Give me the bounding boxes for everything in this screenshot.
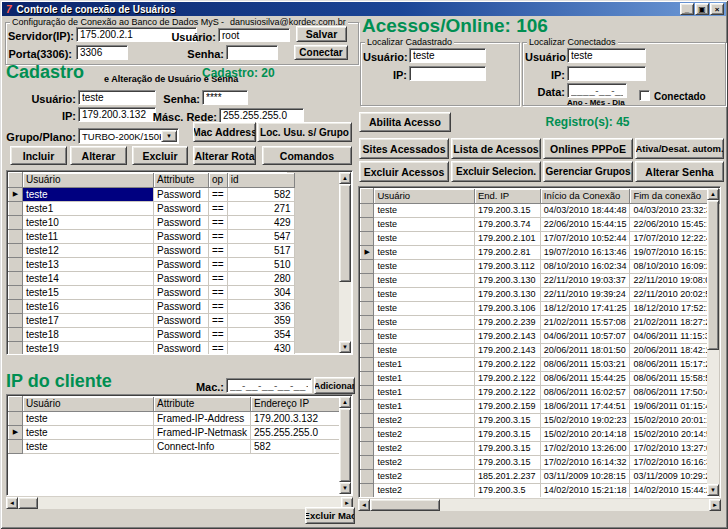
gerenciar-grupos-button[interactable]: Gerenciar Grupos xyxy=(543,161,633,182)
row-selector[interactable] xyxy=(9,243,23,257)
cell[interactable]: Password xyxy=(154,285,209,299)
cell[interactable]: Framed-IP-Address xyxy=(154,411,251,425)
cell[interactable]: teste2 xyxy=(374,483,475,497)
row-selector[interactable] xyxy=(361,231,374,245)
current-row-marker-icon[interactable]: ▶ xyxy=(9,425,23,439)
port-input[interactable] xyxy=(76,45,128,60)
cell[interactable]: 14/02/2010 15:18:17 xyxy=(540,497,630,498)
row-selector[interactable] xyxy=(9,215,23,229)
row-selector[interactable] xyxy=(361,217,374,231)
cell[interactable]: teste1 xyxy=(374,357,475,371)
cell[interactable]: Password xyxy=(154,327,209,341)
cell[interactable]: Password xyxy=(154,271,209,285)
cell[interactable]: 04/06/2011 10:57:07 xyxy=(540,329,630,343)
row-selector[interactable] xyxy=(361,287,374,301)
restore-button-icon[interactable]: ▣ xyxy=(695,3,709,15)
table-row[interactable]: teste2179.200.3.514/02/2010 15:21:1814/0… xyxy=(361,483,720,497)
cell[interactable]: 430 xyxy=(227,341,294,355)
scroll-left-icon[interactable]: ◄ xyxy=(6,497,18,509)
table-row[interactable]: teste17Password==359 xyxy=(9,313,295,327)
cad-ip-input[interactable] xyxy=(78,107,156,122)
cell[interactable]: == xyxy=(209,271,228,285)
cad-user-input[interactable] xyxy=(78,90,156,105)
cell[interactable]: teste xyxy=(23,439,154,453)
column-header[interactable]: Usuário xyxy=(23,397,154,412)
cell[interactable]: 179.200.2.122 xyxy=(474,371,540,385)
row-selector[interactable] xyxy=(9,229,23,243)
cell[interactable]: 17/02/2010 13:26:00 xyxy=(540,441,630,455)
cell[interactable]: teste18 xyxy=(23,327,154,341)
row-selector[interactable] xyxy=(9,341,23,355)
cell[interactable]: 179.200.2.239 xyxy=(474,315,540,329)
column-header[interactable]: End. IP xyxy=(474,189,540,204)
cell[interactable]: == xyxy=(209,341,228,355)
loc-con-user-input[interactable] xyxy=(567,48,646,63)
table-row[interactable]: teste19Password==430 xyxy=(9,341,295,355)
row-selector[interactable] xyxy=(361,385,374,399)
cell[interactable]: Password xyxy=(154,313,209,327)
cell[interactable]: 547 xyxy=(227,229,294,243)
loc-cad-user-input[interactable] xyxy=(409,48,486,63)
cell[interactable]: Password xyxy=(154,229,209,243)
cell[interactable]: teste2 xyxy=(374,441,475,455)
alterar-senha-button[interactable]: Alterar Senha xyxy=(635,161,724,182)
cell[interactable]: teste2 xyxy=(374,469,475,483)
cell[interactable]: 20/06/2011 18:01:50 xyxy=(540,343,630,357)
cell[interactable]: 280 xyxy=(227,271,294,285)
table-row[interactable]: testeFramed-IP-Address179.200.3.132 xyxy=(9,411,351,425)
cell[interactable]: == xyxy=(209,257,228,271)
cell[interactable]: teste1 xyxy=(374,385,475,399)
scroll-down-icon[interactable]: ▼ xyxy=(339,341,351,353)
cell[interactable]: == xyxy=(209,243,228,257)
cell[interactable]: Password xyxy=(154,341,209,355)
cell[interactable]: == xyxy=(209,187,228,201)
scroll-down-icon[interactable]: ▼ xyxy=(707,484,719,496)
db-password-input[interactable] xyxy=(226,45,278,60)
salvar-button[interactable]: Salvar xyxy=(296,26,347,42)
table-row[interactable]: teste12Password==517 xyxy=(9,243,295,257)
scrollbar-thumb[interactable] xyxy=(18,497,38,509)
cell[interactable]: 179.200.3.15 xyxy=(474,441,540,455)
current-row-marker-icon[interactable]: ▶ xyxy=(9,187,23,201)
cell[interactable]: 179.200.3.15 xyxy=(474,203,540,217)
cell[interactable]: 14/02/2010 15:18:31 xyxy=(630,497,720,498)
cell[interactable]: 179.200.2.159 xyxy=(474,399,540,413)
cell[interactable]: 17/07/2010 10:52:44 xyxy=(540,231,630,245)
cell[interactable]: 22/11/2010 19:39:24 xyxy=(540,287,630,301)
table-row[interactable]: ▶testePassword==582 xyxy=(9,187,295,201)
table-row[interactable]: teste2179.200.3.1515/02/2010 20:14:1815/… xyxy=(361,427,720,441)
table-row[interactable]: teste1Password==271 xyxy=(9,201,295,215)
cell[interactable]: 03/11/2009 10:28:15 xyxy=(540,469,630,483)
cell[interactable]: Password xyxy=(154,243,209,257)
cell[interactable]: == xyxy=(209,201,228,215)
cell[interactable]: 185.201.2.237 xyxy=(474,469,540,483)
row-selector[interactable] xyxy=(361,497,374,498)
conectar-button[interactable]: Conectar xyxy=(294,45,348,60)
cell[interactable]: teste11 xyxy=(23,229,154,243)
row-selector[interactable] xyxy=(361,357,374,371)
cell[interactable]: 179.200.2.122 xyxy=(474,357,540,371)
table-row[interactable]: teste179.200.3.1504/03/2010 18:44:4804/0… xyxy=(361,203,720,217)
cell[interactable]: 08/10/2010 16:02:34 xyxy=(540,259,630,273)
cell[interactable]: 22/11/2010 19:03:37 xyxy=(540,273,630,287)
cell[interactable]: teste xyxy=(374,259,475,273)
scroll-down-icon[interactable]: ▼ xyxy=(339,482,351,494)
cell[interactable]: 510 xyxy=(227,257,294,271)
cell[interactable]: teste xyxy=(374,203,475,217)
access-grid-hscrollbar[interactable]: ◄ ► xyxy=(358,499,721,511)
table-row[interactable]: teste179.200.2.14304/06/2011 10:57:0704/… xyxy=(361,329,720,343)
cell[interactable]: teste xyxy=(23,187,154,201)
row-selector[interactable] xyxy=(9,257,23,271)
cell[interactable]: Password xyxy=(154,201,209,215)
sites-acessados-button[interactable]: Sites Acessados xyxy=(359,138,449,159)
cell[interactable]: == xyxy=(209,229,228,243)
row-selector[interactable] xyxy=(361,413,374,427)
cell[interactable]: 336 xyxy=(227,299,294,313)
table-row[interactable]: testeConnect-Info582 xyxy=(9,439,351,453)
table-row[interactable]: teste13Password==510 xyxy=(9,257,295,271)
excluir-button[interactable]: Excluir xyxy=(132,146,188,165)
cell[interactable]: teste xyxy=(374,287,475,301)
excluir-mac-button[interactable]: Excluir Mac xyxy=(305,507,355,524)
cell[interactable]: 179.200.3.15 xyxy=(474,427,540,441)
excluir-acessos-button[interactable]: Excluir Acessos xyxy=(359,161,449,182)
